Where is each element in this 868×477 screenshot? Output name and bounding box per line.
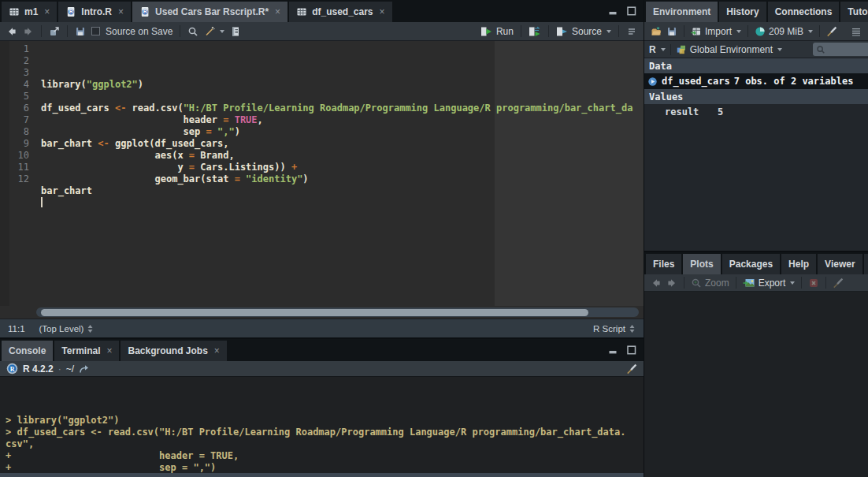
tab-environment[interactable]: Environment: [646, 2, 718, 22]
popout-icon[interactable]: [49, 26, 60, 37]
save-workspace-icon[interactable]: [666, 26, 677, 37]
tab-tutorial[interactable]: Tutorial: [840, 2, 868, 22]
tab-plots[interactable]: Plots: [683, 254, 720, 274]
forward-arrow-icon[interactable]: [23, 26, 34, 37]
console-bottom-scrollbar[interactable]: [0, 473, 644, 477]
scope-selector[interactable]: (Top Level): [39, 323, 95, 334]
tab-console[interactable]: Console: [2, 341, 53, 361]
expand-object-icon[interactable]: [647, 76, 658, 87]
tab-close-icon[interactable]: ×: [214, 345, 220, 356]
code-line: [41, 197, 644, 209]
tab-label: Intro.R: [81, 6, 112, 17]
environment-pane: EnvironmentHistoryConnectionsTutorial Im…: [644, 0, 868, 251]
tab-close-icon[interactable]: ×: [118, 6, 124, 17]
source-on-save-checkbox[interactable]: [91, 27, 100, 35]
data-grid-icon: [9, 6, 20, 17]
line-number: 9: [9, 138, 29, 150]
zoom-plus-icon: [691, 278, 702, 289]
tab-close-icon[interactable]: ×: [380, 6, 385, 17]
load-workspace-folder-icon[interactable]: [651, 26, 662, 37]
tab-help[interactable]: Help: [781, 254, 816, 274]
document-outline-icon[interactable]: [626, 26, 637, 37]
export-plot-button[interactable]: Export: [743, 278, 796, 289]
environment-scope-selector[interactable]: Global Environment: [676, 44, 782, 55]
env-section-header-data: Data: [644, 58, 868, 73]
tab-history[interactable]: History: [719, 2, 766, 22]
tab-df-used-cars[interactable]: df_used_cars×: [289, 2, 391, 22]
tab-label: m1: [24, 6, 38, 17]
save-icon[interactable]: [75, 26, 86, 37]
maximize-pane-icon[interactable]: [625, 6, 637, 16]
code-tools-button[interactable]: [204, 26, 224, 37]
source-doc-icon: [556, 26, 569, 37]
console-output[interactable]: > library("ggplot2")> df_used_cars <- re…: [0, 377, 644, 477]
code-editor[interactable]: 123456789101112 library("ggplot2")df_use…: [0, 41, 644, 306]
minimize-pane-icon[interactable]: [607, 345, 619, 355]
memory-pie-icon: [755, 26, 766, 37]
console-tabbar: ConsoleTerminal×Background Jobs×: [0, 339, 644, 361]
svg-text:R: R: [69, 9, 73, 14]
maximize-pane-icon[interactable]: [625, 345, 637, 355]
environment-toolbar: Import 209 MiB: [644, 22, 868, 41]
remove-plot-icon[interactable]: [808, 278, 819, 289]
editor-hscrollbar[interactable]: [0, 306, 644, 319]
plots-pane: FilesPlotsPackagesHelpViewerPresentation…: [644, 252, 868, 477]
tab-intro-r[interactable]: RIntro.R×: [58, 2, 131, 22]
tab-presentation[interactable]: Presentation: [864, 254, 868, 274]
tab-used-cars-bar-rscript-r[interactable]: RUsed Cars Bar Rscript.R*×: [132, 2, 287, 22]
code-area[interactable]: library("ggplot2")df_used_cars <- read.c…: [36, 41, 644, 306]
language-selector[interactable]: R: [649, 44, 666, 55]
pane-menu-icon[interactable]: [851, 26, 862, 37]
clear-environment-broom-icon[interactable]: [826, 26, 837, 37]
clear-console-broom-icon[interactable]: [626, 363, 637, 375]
search-icon: [816, 45, 825, 54]
compile-report-icon[interactable]: [230, 26, 241, 37]
export-image-icon: [743, 278, 755, 289]
line-number-gutter: 123456789101112: [0, 41, 36, 306]
global-environment-cube-icon: [676, 44, 687, 55]
rerun-icon[interactable]: [529, 26, 541, 37]
source-tabbar: m1×RIntro.R×RUsed Cars Bar Rscript.R*×df…: [0, 0, 644, 22]
line-number: 7: [9, 114, 29, 126]
source-button[interactable]: Source: [556, 26, 611, 37]
env-object-df-used-cars[interactable]: df_used_cars7 obs. of 2 variables: [644, 73, 868, 89]
tab-label: Files: [653, 259, 674, 270]
working-directory: ~/: [66, 363, 74, 375]
zoom-plot-button[interactable]: Zoom: [691, 278, 729, 289]
file-type-selector[interactable]: R Script: [593, 323, 636, 334]
line-number: 11: [9, 162, 29, 173]
run-button[interactable]: Run: [480, 26, 514, 37]
clear-plots-broom-icon[interactable]: [833, 278, 844, 289]
tab-background-jobs[interactable]: Background Jobs×: [121, 341, 226, 361]
environment-search-input[interactable]: [813, 43, 868, 56]
tab-viewer[interactable]: Viewer: [818, 254, 862, 274]
goto-directory-icon[interactable]: [79, 363, 90, 375]
tab-connections[interactable]: Connections: [768, 2, 840, 22]
tab-label: Connections: [775, 6, 833, 17]
tab-close-icon[interactable]: ×: [106, 345, 112, 356]
console-line: + header = TRUE,: [6, 450, 644, 462]
import-dataset-button[interactable]: Import: [691, 26, 741, 37]
tab-m1[interactable]: m1×: [2, 2, 57, 22]
code-line: [41, 209, 644, 221]
value-name: result: [647, 106, 714, 117]
memory-usage-button[interactable]: 209 MiB: [755, 26, 813, 37]
env-object-result[interactable]: result5: [644, 104, 868, 120]
next-plot-icon[interactable]: [666, 278, 677, 289]
source-toolbar: Source on Save Run Source: [0, 22, 644, 41]
r-file-icon: R: [65, 6, 76, 17]
find-icon[interactable]: [187, 26, 198, 37]
tab-terminal[interactable]: Terminal×: [54, 341, 119, 361]
tab-label: Terminal: [61, 345, 100, 356]
hscroll-thumb[interactable]: [41, 309, 588, 316]
minimize-pane-icon[interactable]: [607, 6, 619, 16]
line-number: 4: [9, 79, 29, 91]
tab-files[interactable]: Files: [646, 254, 681, 274]
previous-plot-icon[interactable]: [651, 278, 662, 289]
source-pane: m1×RIntro.R×RUsed Cars Bar Rscript.R*×df…: [0, 0, 644, 337]
tab-close-icon[interactable]: ×: [275, 6, 280, 17]
tab-packages[interactable]: Packages: [722, 254, 780, 274]
tab-close-icon[interactable]: ×: [44, 6, 50, 17]
hscroll-track[interactable]: [36, 307, 639, 317]
back-arrow-icon[interactable]: [6, 26, 17, 37]
